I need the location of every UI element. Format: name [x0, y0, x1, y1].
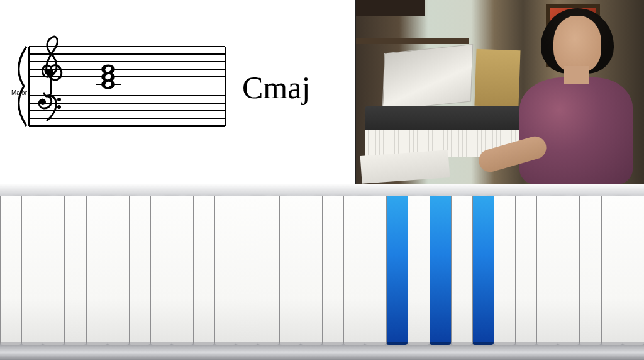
- white-key-E3[interactable]: [279, 196, 301, 345]
- white-key-B1[interactable]: [64, 196, 86, 345]
- white-key-F2[interactable]: [150, 196, 172, 345]
- white-key-G4[interactable]: [472, 196, 494, 345]
- white-key-E2[interactable]: [129, 196, 150, 345]
- virtual-keyboard[interactable]: [0, 196, 644, 345]
- shelf-icon: [356, 0, 425, 16]
- staff-svg: [11, 24, 231, 137]
- white-key-G1[interactable]: [21, 196, 43, 345]
- white-key-A4[interactable]: [494, 196, 515, 345]
- white-key-D4[interactable]: [408, 196, 429, 345]
- white-key-F4[interactable]: [451, 196, 472, 345]
- notation-panel: Major Cmaj: [0, 0, 355, 184]
- scale-type-label: Major: [11, 89, 27, 96]
- white-key-G5[interactable]: [623, 196, 644, 345]
- lesson-stage: Major Cmaj: [0, 0, 644, 360]
- shelf2-icon: [356, 38, 469, 44]
- white-key-D5[interactable]: [558, 196, 579, 345]
- white-key-A3[interactable]: [343, 196, 365, 345]
- white-key-D2[interactable]: [108, 196, 129, 345]
- tablet-music-stand-icon: [382, 44, 474, 111]
- white-key-C4[interactable]: [386, 196, 408, 345]
- white-key-C2[interactable]: [86, 196, 108, 345]
- white-key-C5[interactable]: [536, 196, 558, 345]
- svg-point-15: [57, 105, 61, 109]
- instructor-figure: [507, 14, 640, 184]
- white-key-F3[interactable]: [301, 196, 322, 345]
- grand-staff: Major: [11, 24, 231, 137]
- white-key-G3[interactable]: [322, 196, 343, 345]
- white-key-E5[interactable]: [579, 196, 601, 345]
- white-key-A2[interactable]: [193, 196, 214, 345]
- top-panel: Major Cmaj: [0, 0, 644, 184]
- keyboard-chrome-top: [0, 184, 644, 196]
- white-key-B2[interactable]: [214, 196, 236, 345]
- white-key-A1[interactable]: [43, 196, 64, 345]
- svg-point-13: [40, 99, 46, 105]
- keys-container: [0, 196, 644, 345]
- chord-name: Cmaj: [242, 69, 310, 106]
- white-key-C3[interactable]: [236, 196, 257, 345]
- instructor-video[interactable]: [355, 0, 644, 184]
- svg-point-12: [47, 69, 54, 76]
- white-key-E4[interactable]: [430, 196, 451, 345]
- white-key-F1[interactable]: [0, 196, 21, 345]
- neck-icon: [564, 66, 589, 84]
- head-icon: [553, 16, 601, 72]
- keyboard-chrome-bottom: [0, 345, 644, 360]
- white-key-B4[interactable]: [515, 196, 536, 345]
- virtual-keyboard-panel: [0, 184, 644, 360]
- white-key-G2[interactable]: [172, 196, 193, 345]
- white-key-F5[interactable]: [601, 196, 623, 345]
- white-key-D3[interactable]: [258, 196, 279, 345]
- torso-icon: [519, 77, 633, 184]
- svg-point-14: [57, 98, 61, 101]
- white-key-B3[interactable]: [365, 196, 386, 345]
